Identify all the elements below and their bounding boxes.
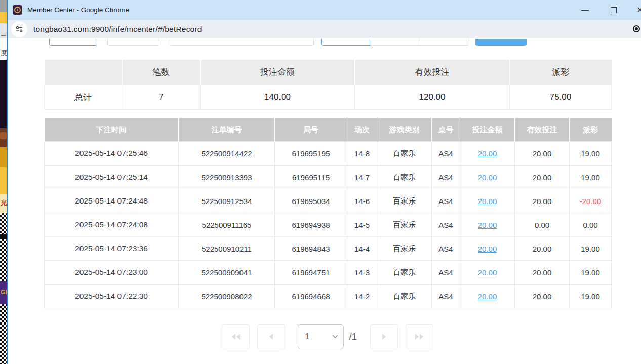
table-row: 2025-05-14 07:25:14 522500913393 6196951… (45, 166, 612, 189)
minimize-button[interactable] (573, 0, 596, 20)
round-number: 619695034 (275, 189, 347, 213)
valid-bet: 20.00 (515, 285, 570, 308)
session: 14-2 (347, 285, 377, 308)
page-content: 笔数 投注金额 有效投注 派彩 总计 7 140.00 120.00 75.00… (9, 39, 641, 364)
bet-amount-link[interactable]: 20.00 (478, 173, 497, 182)
close-icon: ✕ (636, 6, 641, 14)
valid-bet: 20.00 (515, 142, 570, 166)
toolbar-segment-2[interactable] (370, 39, 419, 46)
summary-total-label: 总计 (45, 85, 122, 110)
bet-amount-cell: 20.00 (460, 261, 515, 285)
table-row: 2025-05-14 07:24:08 522500911165 6196949… (45, 213, 612, 237)
maximize-button[interactable] (602, 0, 625, 20)
session: 14-4 (347, 237, 377, 261)
header-valid-bet: 有效投注 (515, 118, 570, 142)
bet-amount-link[interactable]: 20.00 (478, 292, 497, 301)
valid-bet: 0.00 (515, 213, 570, 237)
bet-amount-cell: 20.00 (460, 166, 515, 189)
toolbar-input[interactable] (170, 39, 314, 46)
bet-time: 2025-05-14 07:25:14 (45, 166, 179, 189)
summary-bet-amount-value: 140.00 (201, 85, 355, 110)
valid-bet: 20.00 (515, 189, 570, 213)
game-type: 百家乐 (377, 142, 432, 166)
right-icon (380, 333, 387, 340)
session: 14-5 (347, 213, 377, 237)
table-row: 2025-05-14 07:22:30 522500908022 6196946… (45, 285, 612, 308)
bg-strip-gold (0, 147, 7, 167)
double-right-icon (414, 333, 425, 340)
table-number: AS4 (432, 237, 460, 261)
chrome-window: Member Center - Google Chrome ✕ tongbao3… (7, 0, 641, 364)
bg-strip-qr (0, 213, 7, 234)
prev-page-button[interactable] (257, 324, 285, 349)
url-input[interactable]: tongbao31.com:9900/infe/mcenter/#/betRec… (33, 25, 202, 34)
left-icon (268, 333, 275, 340)
bg-strip-gray (0, 0, 7, 12)
bg-strip-text-fragment: 光 (1, 198, 7, 208)
bet-amount-link[interactable]: 20.00 (478, 268, 497, 277)
bet-time: 2025-05-14 07:23:00 (45, 261, 179, 285)
table-row: 2025-05-14 07:24:48 522500912534 6196950… (45, 189, 612, 213)
bg-strip-qr (0, 239, 7, 281)
summary-header-valid-bet: 有效投注 (355, 60, 510, 85)
bet-amount-link[interactable]: 20.00 (478, 197, 497, 206)
game-type: 百家乐 (377, 237, 432, 261)
bet-amount-cell: 20.00 (460, 142, 515, 166)
last-page-button[interactable] (406, 324, 433, 349)
target-icon[interactable] (633, 25, 640, 32)
bet-amount-link[interactable]: 20.00 (478, 245, 497, 253)
summary-count-value: 7 (122, 85, 201, 110)
table-number: AS4 (432, 166, 460, 189)
valid-bet: 20.00 (515, 261, 570, 285)
site-settings-button[interactable] (11, 21, 27, 37)
toolbar-search-button[interactable] (475, 39, 527, 46)
round-number: 619695115 (275, 166, 347, 189)
table-row: 2025-05-14 07:23:36 522500910211 6196948… (45, 237, 612, 261)
table-number: AS4 (432, 285, 460, 308)
toolbar-segment-3[interactable] (419, 39, 469, 46)
game-type: 百家乐 (377, 285, 432, 308)
chevron-down-icon (332, 335, 338, 339)
bg-strip-text-fragment: GP (1, 289, 7, 296)
table-number: AS4 (432, 213, 460, 237)
round-number: 619694938 (275, 213, 347, 237)
pagination: 1 /1 (44, 324, 611, 349)
bet-id: 522500908022 (179, 285, 275, 308)
bg-strip-white: 度 (0, 38, 7, 60)
game-type: 百家乐 (377, 213, 432, 237)
bet-amount-link[interactable]: 20.00 (478, 149, 497, 158)
bet-id: 522500913393 (179, 166, 275, 189)
next-page-button[interactable] (370, 324, 398, 349)
window-title: Member Center - Google Chrome (27, 6, 129, 14)
table-row: 2025-05-14 07:23:00 522500909041 6196947… (45, 261, 612, 285)
tune-icon (15, 25, 23, 33)
first-page-button[interactable] (222, 324, 250, 349)
header-table-no: 桌号 (432, 118, 460, 142)
header-round: 局号 (275, 118, 347, 142)
bg-strip-text-fragment: 度 (1, 49, 7, 58)
page-select-value: 1 (305, 332, 310, 341)
summary-header-empty (45, 60, 122, 85)
payout: 0.00 (570, 213, 612, 237)
toolbar-button-1[interactable] (49, 39, 97, 46)
round-number: 619694751 (275, 261, 347, 285)
bet-amount-cell: 20.00 (460, 285, 515, 308)
payout: 19.00 (570, 237, 612, 261)
toolbar-segment-1[interactable] (321, 39, 370, 46)
table-number: AS4 (432, 189, 460, 213)
bet-amount-link[interactable]: 20.00 (478, 221, 497, 229)
valid-bet: 20.00 (515, 166, 570, 189)
bet-amount-cell: 20.00 (460, 189, 515, 213)
summary-payout-value: 75.00 (510, 85, 612, 110)
bet-id: 522500911165 (179, 213, 275, 237)
payout: 19.00 (570, 285, 612, 308)
page-select[interactable]: 1 (298, 324, 344, 349)
close-button[interactable]: ✕ (628, 0, 641, 20)
summary-valid-bet-value: 120.00 (355, 85, 510, 110)
toolbar-button-2[interactable] (107, 39, 159, 46)
bet-time: 2025-05-14 07:23:36 (45, 237, 179, 261)
maximize-icon (611, 7, 617, 13)
payout: 19.00 (570, 261, 612, 285)
valid-bet: 20.00 (515, 237, 570, 261)
header-payout: 派彩 (570, 118, 612, 142)
